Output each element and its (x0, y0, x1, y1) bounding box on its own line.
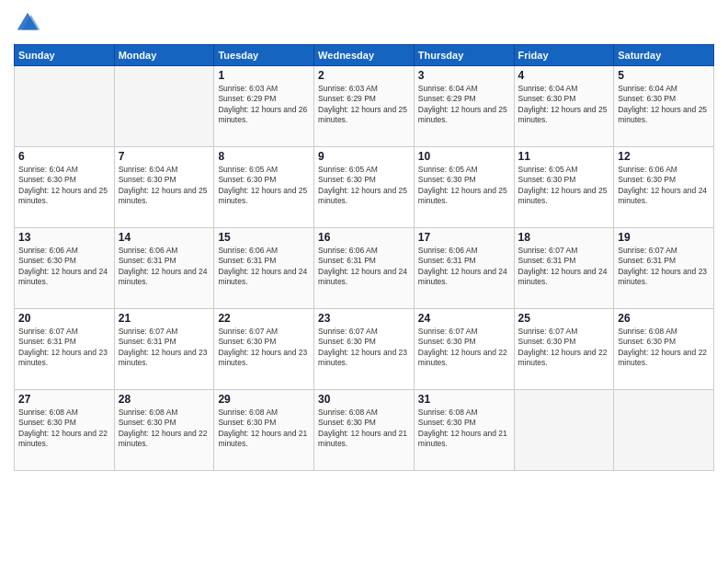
day-info: Sunrise: 6:07 AMSunset: 6:30 PMDaylight:… (418, 327, 510, 369)
calendar-cell: 12Sunrise: 6:06 AMSunset: 6:30 PMDayligh… (614, 147, 714, 228)
calendar-cell: 14Sunrise: 6:06 AMSunset: 6:31 PMDayligh… (114, 228, 214, 309)
day-number: 1 (218, 69, 310, 82)
day-number: 18 (518, 231, 610, 244)
calendar-cell: 26Sunrise: 6:08 AMSunset: 6:30 PMDayligh… (614, 309, 714, 390)
day-info: Sunrise: 6:07 AMSunset: 6:30 PMDaylight:… (318, 327, 410, 369)
day-info: Sunrise: 6:04 AMSunset: 6:29 PMDaylight:… (418, 84, 510, 126)
calendar-cell: 27Sunrise: 6:08 AMSunset: 6:30 PMDayligh… (15, 390, 115, 471)
day-number: 31 (418, 393, 510, 406)
calendar-cell: 16Sunrise: 6:06 AMSunset: 6:31 PMDayligh… (314, 228, 415, 309)
calendar-cell: 23Sunrise: 6:07 AMSunset: 6:30 PMDayligh… (314, 309, 415, 390)
calendar-week-4: 20Sunrise: 6:07 AMSunset: 6:31 PMDayligh… (15, 309, 714, 390)
calendar-cell: 20Sunrise: 6:07 AMSunset: 6:31 PMDayligh… (15, 309, 115, 390)
day-number: 4 (518, 69, 610, 82)
day-info: Sunrise: 6:04 AMSunset: 6:30 PMDaylight:… (119, 165, 210, 207)
day-info: Sunrise: 6:06 AMSunset: 6:30 PMDaylight:… (618, 165, 710, 207)
day-info: Sunrise: 6:07 AMSunset: 6:30 PMDaylight:… (218, 327, 310, 369)
header-row: Sunday Monday Tuesday Wednesday Thursday… (15, 45, 714, 66)
day-info: Sunrise: 6:03 AMSunset: 6:29 PMDaylight:… (318, 84, 410, 126)
col-sunday: Sunday (15, 45, 115, 66)
calendar-cell: 13Sunrise: 6:06 AMSunset: 6:30 PMDayligh… (15, 228, 115, 309)
calendar-cell: 11Sunrise: 6:05 AMSunset: 6:30 PMDayligh… (514, 147, 614, 228)
day-number: 29 (218, 393, 310, 406)
logo-icon (14, 9, 41, 37)
calendar-body: 1Sunrise: 6:03 AMSunset: 6:29 PMDaylight… (15, 66, 714, 471)
calendar-cell: 6Sunrise: 6:04 AMSunset: 6:30 PMDaylight… (15, 147, 115, 228)
day-number: 26 (618, 312, 710, 325)
day-number: 24 (418, 312, 510, 325)
calendar-cell: 17Sunrise: 6:06 AMSunset: 6:31 PMDayligh… (414, 228, 514, 309)
day-info: Sunrise: 6:08 AMSunset: 6:30 PMDaylight:… (18, 408, 110, 450)
calendar-cell: 9Sunrise: 6:05 AMSunset: 6:30 PMDaylight… (314, 147, 415, 228)
day-number: 13 (18, 231, 110, 244)
calendar-cell: 4Sunrise: 6:04 AMSunset: 6:30 PMDaylight… (514, 66, 614, 147)
calendar-cell: 5Sunrise: 6:04 AMSunset: 6:30 PMDaylight… (614, 66, 714, 147)
day-number: 25 (518, 312, 610, 325)
day-info: Sunrise: 6:07 AMSunset: 6:31 PMDaylight:… (518, 246, 610, 288)
day-info: Sunrise: 6:05 AMSunset: 6:30 PMDaylight:… (518, 165, 610, 207)
col-friday: Friday (514, 45, 614, 66)
calendar-cell: 15Sunrise: 6:06 AMSunset: 6:31 PMDayligh… (214, 228, 314, 309)
day-info: Sunrise: 6:06 AMSunset: 6:31 PMDaylight:… (318, 246, 410, 288)
day-number: 15 (218, 231, 310, 244)
day-info: Sunrise: 6:06 AMSunset: 6:31 PMDaylight:… (218, 246, 310, 288)
day-number: 23 (318, 312, 410, 325)
day-number: 27 (18, 393, 110, 406)
day-info: Sunrise: 6:08 AMSunset: 6:30 PMDaylight:… (418, 408, 510, 450)
day-number: 7 (119, 150, 210, 163)
calendar-cell: 22Sunrise: 6:07 AMSunset: 6:30 PMDayligh… (214, 309, 314, 390)
calendar-cell: 8Sunrise: 6:05 AMSunset: 6:30 PMDaylight… (214, 147, 314, 228)
day-number: 10 (418, 150, 510, 163)
day-number: 17 (418, 231, 510, 244)
calendar-week-1: 1Sunrise: 6:03 AMSunset: 6:29 PMDaylight… (15, 66, 714, 147)
col-tuesday: Tuesday (214, 45, 314, 66)
day-number: 20 (18, 312, 110, 325)
logo (14, 9, 45, 37)
day-number: 21 (119, 312, 210, 325)
calendar-header: Sunday Monday Tuesday Wednesday Thursday… (15, 45, 714, 66)
day-info: Sunrise: 6:05 AMSunset: 6:30 PMDaylight:… (418, 165, 510, 207)
day-info: Sunrise: 6:04 AMSunset: 6:30 PMDaylight:… (518, 84, 610, 126)
day-info: Sunrise: 6:03 AMSunset: 6:29 PMDaylight:… (218, 84, 310, 126)
page: Sunday Monday Tuesday Wednesday Thursday… (0, 0, 728, 563)
col-saturday: Saturday (614, 45, 714, 66)
calendar-cell: 2Sunrise: 6:03 AMSunset: 6:29 PMDaylight… (314, 66, 415, 147)
day-info: Sunrise: 6:07 AMSunset: 6:31 PMDaylight:… (18, 327, 110, 369)
day-info: Sunrise: 6:08 AMSunset: 6:30 PMDaylight:… (618, 327, 710, 369)
day-number: 5 (618, 69, 710, 82)
day-info: Sunrise: 6:07 AMSunset: 6:31 PMDaylight:… (119, 327, 210, 369)
calendar-table: Sunday Monday Tuesday Wednesday Thursday… (14, 44, 714, 471)
calendar-week-5: 27Sunrise: 6:08 AMSunset: 6:30 PMDayligh… (15, 390, 714, 471)
calendar-cell: 25Sunrise: 6:07 AMSunset: 6:30 PMDayligh… (514, 309, 614, 390)
day-number: 19 (618, 231, 710, 244)
day-info: Sunrise: 6:06 AMSunset: 6:31 PMDaylight:… (119, 246, 210, 288)
calendar-cell (114, 66, 214, 147)
col-wednesday: Wednesday (314, 45, 415, 66)
calendar-cell (15, 66, 115, 147)
day-number: 9 (318, 150, 410, 163)
calendar-cell (514, 390, 614, 471)
day-info: Sunrise: 6:08 AMSunset: 6:30 PMDaylight:… (318, 408, 410, 450)
day-info: Sunrise: 6:07 AMSunset: 6:31 PMDaylight:… (618, 246, 710, 288)
calendar-cell: 24Sunrise: 6:07 AMSunset: 6:30 PMDayligh… (414, 309, 514, 390)
col-thursday: Thursday (414, 45, 514, 66)
calendar-cell: 18Sunrise: 6:07 AMSunset: 6:31 PMDayligh… (514, 228, 614, 309)
day-number: 30 (318, 393, 410, 406)
calendar-cell: 21Sunrise: 6:07 AMSunset: 6:31 PMDayligh… (114, 309, 214, 390)
calendar-cell: 31Sunrise: 6:08 AMSunset: 6:30 PMDayligh… (414, 390, 514, 471)
day-info: Sunrise: 6:04 AMSunset: 6:30 PMDaylight:… (18, 165, 110, 207)
day-info: Sunrise: 6:08 AMSunset: 6:30 PMDaylight:… (119, 408, 210, 450)
calendar-week-2: 6Sunrise: 6:04 AMSunset: 6:30 PMDaylight… (15, 147, 714, 228)
day-number: 6 (18, 150, 110, 163)
day-number: 28 (119, 393, 210, 406)
col-monday: Monday (114, 45, 214, 66)
header (14, 9, 714, 37)
calendar-cell: 7Sunrise: 6:04 AMSunset: 6:30 PMDaylight… (114, 147, 214, 228)
day-info: Sunrise: 6:06 AMSunset: 6:30 PMDaylight:… (18, 246, 110, 288)
calendar-cell: 1Sunrise: 6:03 AMSunset: 6:29 PMDaylight… (214, 66, 314, 147)
day-info: Sunrise: 6:05 AMSunset: 6:30 PMDaylight:… (218, 165, 310, 207)
calendar-cell: 3Sunrise: 6:04 AMSunset: 6:29 PMDaylight… (414, 66, 514, 147)
calendar-cell: 28Sunrise: 6:08 AMSunset: 6:30 PMDayligh… (114, 390, 214, 471)
day-number: 14 (119, 231, 210, 244)
calendar-cell (614, 390, 714, 471)
